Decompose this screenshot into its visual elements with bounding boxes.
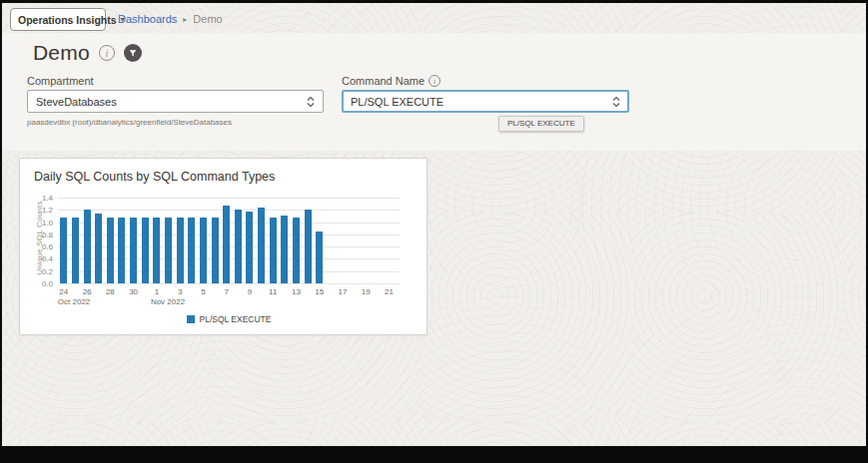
breadcrumb: Dashboards ▸ Demo	[118, 13, 223, 25]
legend-item[interactable]: PL/SQL EXECUTE	[187, 314, 272, 324]
x-tick-label: 30	[123, 287, 145, 296]
y-tick-label: 0.2	[20, 267, 53, 276]
bar-oct-26[interactable]	[84, 210, 91, 283]
x-tick-label: 11	[262, 287, 284, 296]
bar-nov-14[interactable]	[305, 210, 312, 283]
chart-card: Daily SQL Counts by SQL Command Types Un…	[19, 158, 428, 335]
x-tick-label: 28	[99, 287, 121, 296]
bar-nov-11[interactable]	[270, 218, 277, 283]
bar-nov-2[interactable]	[165, 218, 172, 283]
page-title-row: Demo i	[33, 41, 142, 65]
command-name-select[interactable]: PL/SQL EXECUTE	[342, 90, 629, 113]
bar-nov-8[interactable]	[235, 210, 242, 283]
y-tick-label: 1.4	[20, 194, 53, 203]
page-title: Demo	[33, 41, 90, 65]
y-tick-label: 0.0	[20, 279, 53, 288]
select-value-tooltip: PL/SQL EXECUTE	[498, 116, 584, 132]
command-name-info-icon[interactable]: i	[429, 75, 440, 87]
app-background: Operations Insights ▾ Dashboards ▸ Demo …	[2, 3, 866, 446]
compartment-path-text: paasdevdbx (root)/dbanalytics/greenfield…	[27, 118, 324, 127]
bar-oct-28[interactable]	[107, 218, 114, 283]
select-updown-icon	[612, 96, 620, 108]
bar-nov-9[interactable]	[246, 212, 253, 283]
bar-nov-5[interactable]	[200, 218, 207, 283]
y-tick-label: 0.4	[20, 254, 53, 263]
y-tick-label: 0.6	[20, 242, 53, 251]
bar-oct-27[interactable]	[95, 214, 102, 283]
bar-nov-7[interactable]	[223, 206, 230, 283]
bar-nov-1[interactable]	[153, 218, 160, 283]
command-name-field: Command Name i PL/SQL EXECUTE PL/SQL EXE…	[342, 75, 629, 113]
x-tick-label: 21	[379, 287, 401, 296]
bar-oct-30[interactable]	[130, 218, 137, 283]
x-tick-label: 9	[239, 287, 261, 296]
app-switcher-button[interactable]: Operations Insights ▾	[10, 8, 106, 31]
y-tick-label: 1.0	[20, 219, 53, 228]
bar-nov-10[interactable]	[258, 208, 265, 283]
x-tick-label: 3	[169, 287, 191, 296]
bar-oct-31[interactable]	[142, 218, 149, 283]
command-name-select-value: PL/SQL EXECUTE	[351, 96, 443, 108]
command-name-label-text: Command Name	[342, 75, 425, 87]
app-switcher-label: Operations Insights	[18, 14, 117, 26]
bar-oct-24[interactable]	[60, 218, 67, 283]
bar-oct-25[interactable]	[72, 218, 79, 283]
y-tick-label: 1.2	[20, 206, 53, 215]
x-tick-label: 19	[355, 287, 377, 296]
select-updown-icon	[307, 96, 315, 108]
x-tick-label: 24	[53, 287, 75, 296]
x-tick-label: 15	[309, 287, 331, 296]
chart-title: Daily SQL Counts by SQL Command Types	[34, 170, 275, 184]
chart-plot-area	[58, 198, 400, 283]
compartment-select-value: SteveDatabases	[36, 96, 117, 108]
month-label: Nov 2022	[151, 297, 185, 306]
info-icon[interactable]: i	[99, 45, 115, 61]
breadcrumb-separator-icon: ▸	[183, 15, 187, 24]
x-tick-label: 1	[146, 287, 168, 296]
x-tick-label: 26	[76, 287, 98, 296]
bar-nov-15[interactable]	[316, 232, 323, 283]
header-panel: Demo i Compartment SteveDatabases paasde…	[2, 33, 866, 151]
breadcrumb-link-dashboards[interactable]: Dashboards	[118, 13, 177, 25]
bar-nov-3[interactable]	[177, 218, 184, 283]
gridline	[58, 198, 400, 199]
compartment-label: Compartment	[27, 75, 324, 87]
compartment-select[interactable]: SteveDatabases	[27, 90, 324, 113]
month-label: Oct 2022	[58, 297, 90, 306]
gridline	[58, 283, 400, 284]
bar-oct-29[interactable]	[118, 218, 125, 283]
x-tick-label: 7	[216, 287, 238, 296]
legend-swatch-icon	[187, 315, 195, 323]
breadcrumb-current: Demo	[193, 13, 222, 25]
x-tick-label: 13	[285, 287, 307, 296]
bar-nov-6[interactable]	[212, 218, 219, 283]
filter-icon[interactable]	[124, 44, 142, 62]
bar-nov-4[interactable]	[188, 218, 195, 283]
bar-nov-13[interactable]	[293, 218, 300, 283]
command-name-label: Command Name i	[342, 75, 629, 87]
x-tick-label: 17	[332, 287, 354, 296]
chart-legend: PL/SQL EXECUTE	[58, 314, 400, 324]
x-tick-label: 5	[192, 287, 214, 296]
bar-nov-12[interactable]	[281, 216, 288, 283]
legend-label: PL/SQL EXECUTE	[200, 314, 272, 324]
compartment-field: Compartment SteveDatabases paasdevdbx (r…	[27, 75, 324, 127]
y-tick-label: 0.8	[20, 231, 53, 239]
top-bar: Operations Insights ▾ Dashboards ▸ Demo	[2, 3, 866, 33]
